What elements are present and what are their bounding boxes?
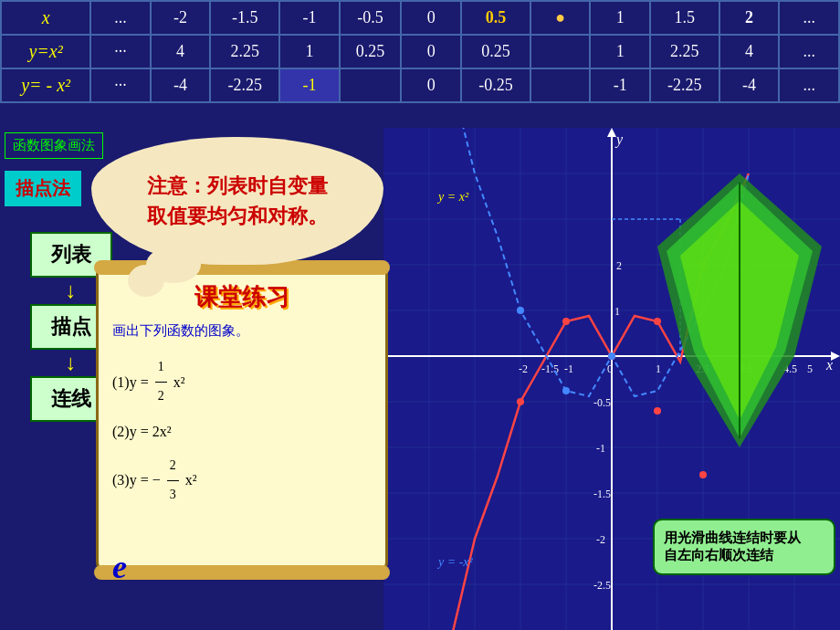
table-cell: 4 [151, 35, 211, 68]
problem-1-text: (1)y = [112, 366, 149, 398]
table-cell: -4 [719, 68, 780, 102]
svg-text:-1.5: -1.5 [593, 488, 611, 500]
svg-point-53 [608, 352, 615, 360]
svg-text:-1: -1 [596, 442, 605, 455]
problem-2: (2)y = 2x² [112, 415, 372, 447]
svg-text:1: 1 [614, 305, 620, 318]
svg-text:x: x [825, 357, 833, 373]
table-row2-label: y= - x² [1, 68, 90, 102]
svg-text:-2: -2 [596, 533, 605, 546]
svg-text:-2: -2 [519, 362, 528, 375]
func-label: 函数图象画法 [5, 132, 103, 159]
table-cell: -0.5 [340, 1, 402, 35]
table-cell: -1.5 [210, 1, 279, 35]
svg-text:2: 2 [616, 259, 622, 272]
table-cell [340, 68, 402, 102]
table-cell: ... [779, 68, 839, 102]
svg-point-46 [517, 398, 524, 405]
cloud-text: 注意：列表时自变量取值要均匀和对称。 [147, 171, 328, 231]
practice-scroll: 课堂练习 画出下列函数的图象。 (1)y = 1 2 x² (2)y = 2x²… [96, 265, 388, 575]
table-cell: -1 [279, 68, 340, 102]
table-cell: -2 [151, 1, 211, 35]
e-icon: e [112, 548, 127, 586]
table-cell [530, 35, 591, 68]
table-cell: ... [779, 1, 839, 35]
cloud-bubble: 注意：列表时自变量取值要均匀和对称。 [91, 137, 383, 265]
table-cell [530, 68, 591, 102]
svg-text:-0.5: -0.5 [593, 396, 611, 409]
svg-text:y = x²: y = x² [436, 190, 469, 204]
table-cell: 2.25 [650, 35, 719, 68]
svg-text:y = -x²: y = -x² [436, 555, 474, 569]
table-cell: 0.25 [461, 35, 530, 68]
table-cell: 2.25 [210, 35, 279, 68]
main-area: 函数图象画法 描点法 列表 ↓ 描点 ↓ 连线 注意：列表时自变量取值要均匀和对… [0, 128, 840, 630]
table-cell: 2 [719, 1, 780, 35]
tooltip-text: 用光滑曲线连结时要从自左向右顺次连结 [664, 530, 801, 562]
table-cell: 0 [401, 68, 461, 102]
table-cell: -4 [151, 68, 211, 102]
arrow-2: ↓ [66, 350, 77, 376]
table-cell: -0.25 [461, 68, 530, 102]
graph-area: x y 0 -2 -1.5 -1 1 2.5 3.5 4.5 5 2 1 -0.… [383, 128, 840, 630]
table-cell: 1 [279, 35, 340, 68]
table-cell: 1 [590, 1, 650, 35]
svg-text:y: y [614, 131, 624, 148]
table-cell: 0 [401, 1, 461, 35]
svg-text:-2.5: -2.5 [593, 579, 611, 592]
table-cell: -1 [279, 1, 340, 35]
problem-3: (3)y = − 2 3 x² [112, 452, 372, 509]
table-header-x: x [1, 1, 90, 35]
scroll-bottom-decoration [94, 565, 390, 580]
table-cell: 0 [401, 35, 461, 68]
problem-1-x2: x² [173, 366, 185, 398]
svg-point-55 [699, 471, 707, 478]
arrow-1: ↓ [66, 278, 77, 304]
table-cell: ··· [90, 35, 151, 68]
tooltip-box: 用光滑曲线连结时要从自左向右顺次连结 [653, 519, 835, 575]
practice-instruction: 画出下列函数的图象。 [112, 322, 372, 340]
table-cell: -2.25 [650, 68, 719, 102]
problem-2-text: (2)y = 2x² [112, 415, 171, 447]
table-cell: ... [779, 35, 839, 68]
table-cell-highlight: 0.5 [461, 1, 530, 35]
problem-3-x2: x² [185, 464, 197, 496]
practice-problems: (1)y = 1 2 x² (2)y = 2x² (3)y = − 2 3 x² [112, 353, 372, 509]
green-decoration [657, 173, 822, 447]
table-cell: 4 [719, 35, 780, 68]
svg-point-47 [562, 318, 570, 325]
graph-container: x y 0 -2 -1.5 -1 1 2.5 3.5 4.5 5 2 1 -0.… [383, 128, 840, 630]
table-cell: -1 [590, 68, 650, 102]
table-cell: 0.25 [340, 35, 402, 68]
svg-point-51 [517, 307, 524, 314]
method-box: 描点法 [5, 171, 81, 206]
table-cell: 1 [590, 35, 650, 68]
table-cell: ● [530, 1, 591, 35]
table-cell: 1.5 [650, 1, 719, 35]
svg-text:-1: -1 [564, 362, 573, 375]
problem-1: (1)y = 1 2 x² [112, 353, 372, 411]
fraction-3: 2 3 [167, 452, 179, 509]
table-cell: ... [90, 1, 151, 35]
svg-point-52 [562, 387, 570, 394]
fraction-1: 1 2 [155, 353, 167, 411]
table-row1-label: y=x² [1, 35, 90, 68]
table-cell: -2.25 [210, 68, 279, 102]
table-cell: ··· [90, 68, 151, 102]
problem-3-text: (3)y = − [112, 464, 161, 496]
data-table: x ... -2 -1.5 -1 -0.5 0 0.5 ● 1 1.5 2 ..… [0, 0, 840, 103]
